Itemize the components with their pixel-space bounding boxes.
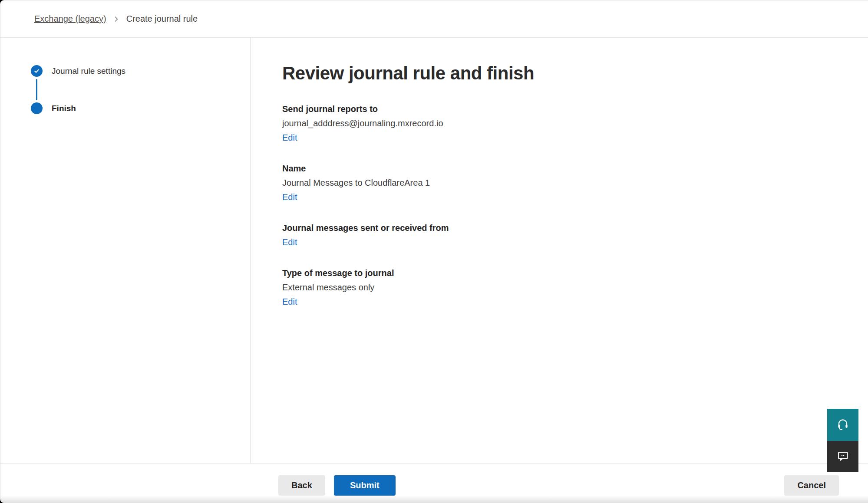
headset-icon — [836, 418, 850, 433]
submit-button[interactable]: Submit — [334, 475, 396, 496]
review-section-message-type: Type of message to journal External mess… — [282, 266, 842, 309]
feedback-button[interactable] — [827, 441, 858, 472]
edit-link[interactable]: Edit — [282, 235, 297, 250]
wizard-step-journal-rule-settings[interactable]: Journal rule settings — [31, 65, 250, 77]
support-button[interactable] — [827, 409, 858, 441]
step-current-dot-icon — [31, 102, 43, 114]
feedback-icon — [836, 450, 849, 464]
section-label: Send journal reports to — [282, 102, 842, 116]
message-type-value: External messages only — [282, 280, 842, 295]
review-section-name: Name Journal Messages to CloudflareArea … — [282, 161, 842, 204]
step-completed-check-icon — [31, 65, 43, 77]
chevron-right-icon — [112, 15, 120, 23]
step-connector-line — [36, 79, 37, 100]
back-button[interactable]: Back — [278, 475, 325, 496]
review-section-scope: Journal messages sent or received from E… — [282, 221, 842, 250]
exchange-admin-window: Exchange (legacy) Create journal rule Jo… — [0, 0, 868, 503]
edit-link[interactable]: Edit — [282, 190, 297, 204]
review-section-send-reports-to: Send journal reports to journal_adddress… — [282, 102, 842, 145]
rule-name-value: Journal Messages to CloudflareArea 1 — [282, 176, 842, 190]
review-pane: Review journal rule and finish Send jour… — [251, 38, 868, 463]
edit-link[interactable]: Edit — [282, 131, 297, 145]
section-label: Name — [282, 161, 842, 176]
step-label: Journal rule settings — [52, 66, 125, 76]
breadcrumb: Exchange (legacy) Create journal rule — [0, 0, 868, 38]
breadcrumb-current-page: Create journal rule — [126, 14, 198, 24]
edit-link[interactable]: Edit — [282, 295, 297, 309]
breadcrumb-link-exchange-legacy[interactable]: Exchange (legacy) — [34, 14, 106, 24]
wizard-step-finish: Finish — [31, 102, 250, 114]
action-bar: Back Submit Cancel — [0, 463, 868, 503]
section-label: Journal messages sent or received from — [282, 221, 842, 235]
page-title: Review journal rule and finish — [282, 62, 842, 85]
section-label: Type of message to journal — [282, 266, 842, 280]
step-label: Finish — [52, 104, 76, 113]
cancel-button[interactable]: Cancel — [784, 475, 839, 496]
wizard-steps-panel: Journal rule settings Finish — [0, 38, 251, 463]
journal-address-value: journal_adddress@journaling.mxrecord.io — [282, 116, 842, 131]
